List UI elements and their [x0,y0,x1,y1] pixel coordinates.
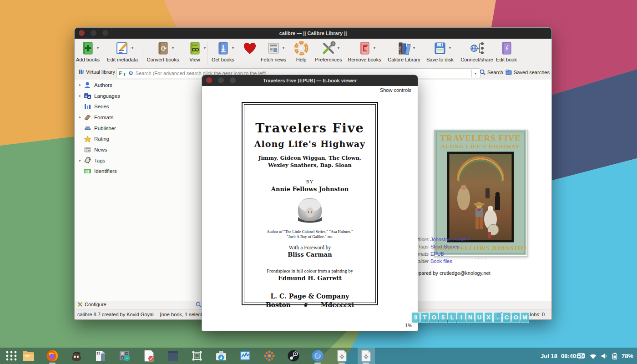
calibre-titlebar[interactable]: calibre — || Calibre Library || [75,28,551,39]
search-history-dropdown[interactable]: ▾ [471,70,479,77]
svg-text:+: + [121,352,123,355]
edit-metadata-button[interactable]: ▾ Edit metadata [101,40,143,62]
expand-arrow-icon[interactable]: ▸ [79,83,84,87]
expand-arrow-icon[interactable]: ▸ [79,94,84,98]
minimize-button[interactable] [91,30,96,36]
document-viewer-active-icon[interactable] [359,349,372,362]
software-installer-icon[interactable] [215,349,228,362]
sidebar-item-rating[interactable]: Rating [75,133,205,144]
close-button[interactable] [79,30,85,36]
expand-arrow-icon[interactable]: ▸ [79,158,84,162]
add-books-icon [80,40,96,56]
jobs-button[interactable]: Jobs: 0 [529,312,545,317]
gimp-icon[interactable] [70,349,83,362]
page-subtitle: Along Life's Highway [244,139,375,149]
sidebar-item-languages[interactable]: ▸ aA Languages [75,91,205,101]
dropdown-arrow-icon[interactable]: ▾ [374,46,375,50]
calculator-icon[interactable]: +−×= [118,349,131,362]
cover-title: TRAVELERS FIVE [440,133,521,143]
dropdown-arrow-icon[interactable]: ▾ [131,46,133,50]
battery-icon[interactable] [612,353,617,359]
book-title-page: Travelers Five Along Life's Highway Jimm… [242,102,378,305]
languages-icon: aA [84,92,91,99]
viewer-maximize-button[interactable] [230,77,236,83]
remove-books-icon [357,40,372,56]
search-button[interactable]: Search [480,69,503,75]
taskbar: 31 +−×= Jul 18 08:40:50 78% [0,348,637,364]
details-value-formats[interactable]: EPUB [430,251,444,257]
details-value-folder[interactable]: Book files [430,258,452,264]
maximize-button[interactable] [102,30,108,36]
edit-book-button[interactable]: Edit book [485,40,527,62]
get-books-button[interactable]: ▾ Get books [202,40,244,62]
sidebar-item-publisher[interactable]: Publisher [75,123,205,134]
viewer-titlebar[interactable]: Travelers Five [EPUB] — E-book viewer [202,75,418,86]
dropdown-arrow-icon[interactable]: ▾ [338,46,339,50]
details-value-tags[interactable]: Short Stories [430,244,460,249]
connect-share-icon [469,40,485,56]
chromium-icon[interactable] [311,349,324,362]
svg-text:31: 31 [96,352,100,355]
sidebar-item-news[interactable]: News [75,144,205,155]
details-value-authors[interactable]: Johnston, Annie F [430,237,470,242]
formats-icon [84,114,91,121]
search-icon [480,69,485,75]
virtual-library-button[interactable]: Virtual library [78,69,115,75]
volume-icon[interactable] [601,353,608,359]
show-controls-link[interactable]: Show controls [380,87,411,93]
remove-books-button[interactable]: ▾ Remove books [344,40,385,62]
configure-row: Configure [75,301,205,309]
document-viewer-icon[interactable] [335,349,348,362]
tag-browser: ▸ Authors ▸ aA Languages Series ▸ [75,80,206,301]
search-mode-icon[interactable]: F [119,70,122,77]
edit-metadata-icon [115,40,130,56]
news-icon [84,146,91,153]
save-to-disk-button[interactable]: ▾ Save to disk [419,40,461,62]
expand-arrow-icon[interactable]: ▸ [79,115,84,119]
calibre-toolbar: ▾ Add books ▾ Edit metadata ⟳ ▾ Convert … [75,39,551,67]
sidebar-item-formats[interactable]: ▸ Formats [75,112,205,123]
wifi-icon[interactable] [589,353,597,359]
saved-searches-icon [506,69,512,75]
calibre-window-title: calibre — || Calibre Library || [279,30,347,36]
image-viewer-icon[interactable] [263,349,276,362]
terminal-icon[interactable] [167,349,179,362]
calendar-icon[interactable]: 31 [94,349,107,362]
dropdown-arrow-icon[interactable]: ▾ [232,46,234,50]
running-indicator [314,363,321,364]
authors-icon [84,81,91,88]
app-grid-icon[interactable] [5,349,18,362]
sidebar-item-series[interactable]: Series [75,101,205,112]
fetch-news-icon [266,40,281,56]
tag-browser-search-icon[interactable] [196,302,202,308]
saved-searches-button[interactable]: Saved searches [506,69,550,75]
identifiers-barcode-icon [84,168,91,175]
keyboard-indicator-icon[interactable] [577,353,585,359]
text-editor-icon[interactable] [142,349,155,362]
panel-splitter-handle[interactable]: · · · · [458,256,503,261]
page-publisher: L. C. Page & Company [244,293,375,300]
file-manager-icon[interactable] [22,349,35,362]
desktop: calibre — || Calibre Library || ▾ Add bo… [0,0,637,364]
tags-icon [84,157,91,164]
publisher-icon [84,125,91,131]
viewer-close-button[interactable] [206,77,212,83]
dropdown-arrow-icon[interactable]: ▾ [449,46,451,50]
get-books-icon [215,40,231,56]
save-to-disk-icon [432,40,448,56]
battery-percentage: 78% [622,353,633,359]
search-gear-icon[interactable]: ⚙ [128,70,133,76]
sidebar-item-tags[interactable]: ▸ Tags [75,155,205,166]
firefox-icon[interactable] [46,349,59,362]
system-monitor-icon[interactable] [239,349,252,362]
clock-date: Jul 18 [541,353,557,359]
rating-star-icon [84,136,91,142]
dropdown-arrow-icon[interactable]: ▾ [413,46,415,50]
viewer-minimize-button[interactable] [218,77,224,83]
screenshot-tool-icon[interactable] [191,349,203,362]
configure-button[interactable]: Configure [77,302,106,307]
dropdown-arrow-icon[interactable]: ▾ [97,46,99,50]
sidebar-item-identifiers[interactable]: Identifiers [75,166,205,177]
sidebar-item-authors[interactable]: ▸ Authors [75,80,205,91]
steam-icon[interactable] [287,349,300,362]
